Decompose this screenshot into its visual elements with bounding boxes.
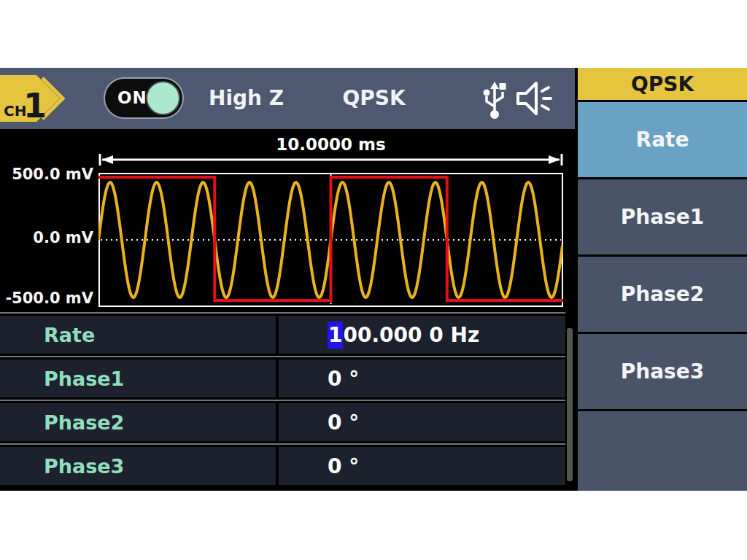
param-row-rate[interactable]: Rate 100.000 0 Hz [0,316,565,354]
time-span-label: 10.0000 ms [98,135,563,154]
speaker-icon [515,79,559,117]
y-axis-label-mid: 0.0 mV [0,229,93,246]
channel-number: 1 [23,86,47,122]
toggle-on-label: ON [117,79,147,117]
table-separator [0,312,565,314]
param-label: Phase3 [0,447,279,485]
sidebar-title: QPSK [578,68,747,100]
param-row-phase1[interactable]: Phase1 0 ° [0,359,565,397]
impedance-label: High Z [197,68,295,129]
value-rest: 00.000 0 Hz [343,323,479,347]
output-on-toggle[interactable]: ON [104,77,184,119]
param-label: Rate [0,316,279,354]
param-value: 0 ° [279,403,565,441]
topbar: CH 1 ON High Z QPSK [0,68,575,129]
sidebar-item-phase1[interactable]: Phase1 [578,179,747,254]
param-value: 100.000 0 Hz [279,316,565,354]
sidebar-item-phase2[interactable]: Phase2 [578,257,747,332]
table-separator [0,443,565,445]
waveform-plot [98,173,563,307]
sidebar-item-rate[interactable]: Rate [578,102,747,177]
value-cursor: 1 [328,322,343,349]
param-label: Phase1 [0,359,279,397]
param-row-phase2[interactable]: Phase2 0 ° [0,403,565,441]
toggle-knob[interactable] [146,81,180,115]
sidebar-item-phase3[interactable]: Phase3 [578,334,747,409]
param-table: Rate 100.000 0 Hz Phase1 0 ° Phase2 0 ° … [0,310,565,485]
param-value: 0 ° [279,359,565,397]
table-scrollbar[interactable] [567,328,573,481]
param-row-phase3[interactable]: Phase3 0 ° [0,447,565,485]
mode-label: QPSK [325,68,423,129]
device-screen: CH 1 ON High Z QPSK [0,68,747,491]
sidebar: QPSK Rate Phase1 Phase2 Phase3 [578,68,747,491]
time-span-arrow [98,153,563,166]
sidebar-filler [578,411,747,491]
channel-badge[interactable]: CH 1 [0,74,80,122]
table-separator [0,400,565,401]
usb-icon [480,77,509,120]
param-label: Phase2 [0,403,279,441]
table-separator [0,356,565,357]
page: CH 1 ON High Z QPSK [0,0,747,560]
y-axis-label-bottom: -500.0 mV [0,289,93,307]
y-axis-label-top: 500.0 mV [0,166,93,183]
param-value: 0 ° [279,447,565,485]
